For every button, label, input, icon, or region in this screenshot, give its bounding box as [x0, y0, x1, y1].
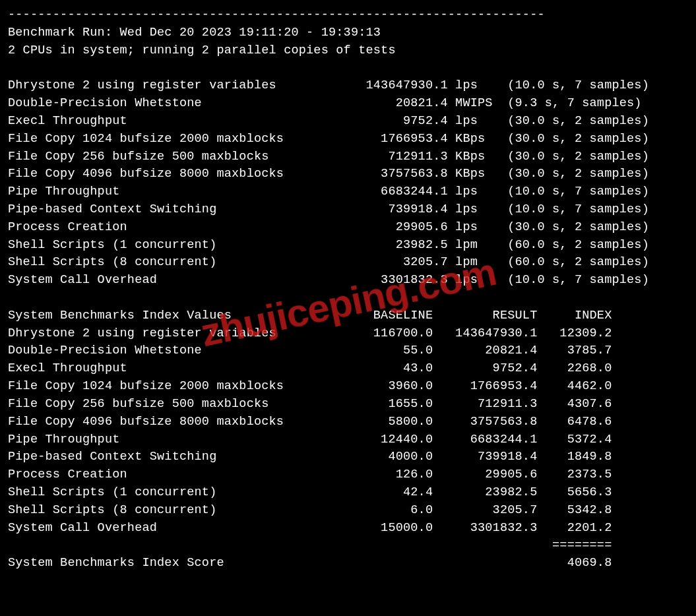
terminal-output: ----------------------------------------… [8, 7, 688, 572]
